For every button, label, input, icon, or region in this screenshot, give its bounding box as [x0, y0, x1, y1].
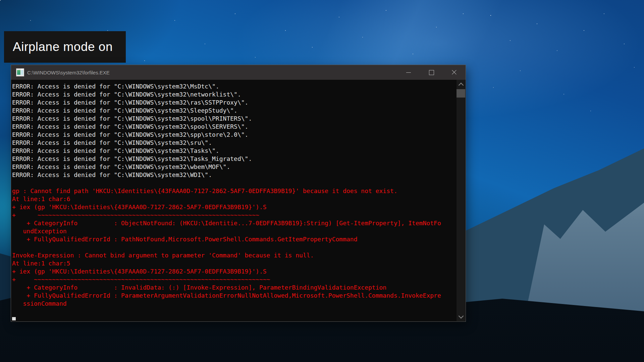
console-line: At line:1 char:6 — [12, 195, 457, 203]
console-line: ERROR: Access is denied for "C:\WINDOWS\… — [12, 171, 457, 179]
console-line — [12, 243, 457, 251]
console-line: ERROR: Access is denied for "C:\WINDOWS\… — [12, 163, 457, 171]
notification-text: Airplane mode on — [13, 40, 113, 54]
icon-pane-right — [21, 70, 23, 75]
console-output[interactable]: ERROR: Access is denied for "C:\WINDOWS\… — [11, 80, 457, 321]
console-line: undException — [12, 227, 457, 235]
console-line: ssionCommand — [12, 300, 457, 308]
scrollbar-thumb[interactable] — [457, 89, 465, 98]
console-line: ERROR: Access is denied for "C:\WINDOWS\… — [12, 123, 457, 131]
console-line: + iex (gp 'HKCU:\Identities\{43FAAA0D-71… — [12, 203, 457, 211]
maximize-button[interactable] — [420, 65, 443, 80]
title-bar[interactable]: C:\WINDOWS\system32\forfiles.EXE — [11, 65, 466, 80]
console-line: ERROR: Access is denied for "C:\WINDOWS\… — [12, 90, 457, 99]
console-line: Invoke-Expression : Cannot bind argument… — [12, 251, 457, 259]
console-line: ERROR: Access is denied for "C:\WINDOWS\… — [12, 115, 457, 123]
console-line: At line:1 char:5 — [12, 259, 457, 267]
scroll-down-button[interactable] — [457, 312, 465, 321]
console-line: ERROR: Access is denied for "C:\WINDOWS\… — [12, 147, 457, 155]
console-line: ERROR: Access is denied for "C:\WINDOWS\… — [12, 99, 457, 107]
window-title: C:\WINDOWS\system32\forfiles.EXE — [27, 70, 110, 75]
console-line: + iex (gp 'HKCU:\Identities\{43FAAA0D-71… — [12, 267, 457, 276]
console-line: + FullyQualifiedErrorId : PathNotFound,M… — [12, 235, 457, 243]
console-line: ERROR: Access is denied for "C:\WINDOWS\… — [12, 107, 457, 115]
console-line: ERROR: Access is denied for "C:\WINDOWS\… — [12, 131, 457, 139]
console-line — [12, 179, 457, 187]
minimize-icon — [406, 72, 411, 73]
console-line: ERROR: Access is denied for "C:\WINDOWS\… — [12, 155, 457, 163]
console-line: + CategoryInfo : InvalidData: (:) [Invok… — [12, 284, 457, 292]
maximize-icon — [429, 70, 434, 75]
chevron-down-icon — [458, 313, 464, 318]
console-lines: ERROR: Access is denied for "C:\WINDOWS\… — [12, 82, 457, 308]
chevron-up-icon — [458, 82, 464, 88]
console-line: + ~~~~~~~~~~~~~~~~~~~~~~~~~~~~~~~~~~~~~~… — [12, 211, 457, 219]
console-line: + FullyQualifiedErrorId : ParameterArgum… — [12, 292, 457, 300]
icon-pane-left — [17, 70, 20, 75]
scrollbar[interactable] — [457, 80, 465, 321]
airplane-mode-notification: Airplane mode on — [4, 31, 126, 63]
console-line: + ~~~~~~~~~~~~~~~~~~~~~~~~~~~~~~~~~~~~~~… — [12, 276, 457, 284]
close-button[interactable] — [443, 65, 466, 80]
console-line: gp : Cannot find path 'HKCU:\Identities\… — [12, 187, 457, 195]
minimize-button[interactable] — [397, 65, 420, 80]
icon-pane-top — [21, 69, 23, 70]
close-icon — [451, 69, 457, 75]
text-cursor — [12, 317, 16, 320]
console-line: ERROR: Access is denied for "C:\WINDOWS\… — [12, 139, 457, 147]
window-controls — [397, 65, 466, 80]
console-app-icon — [16, 68, 24, 76]
scroll-up-button[interactable] — [457, 80, 465, 88]
console-line: ERROR: Access is denied for "C:\WINDOWS\… — [12, 82, 457, 90]
console-line: + CategoryInfo : ObjectNotFound: (HKCU:\… — [12, 219, 457, 227]
console-window: C:\WINDOWS\system32\forfiles.EXE ERROR: … — [11, 65, 466, 321]
